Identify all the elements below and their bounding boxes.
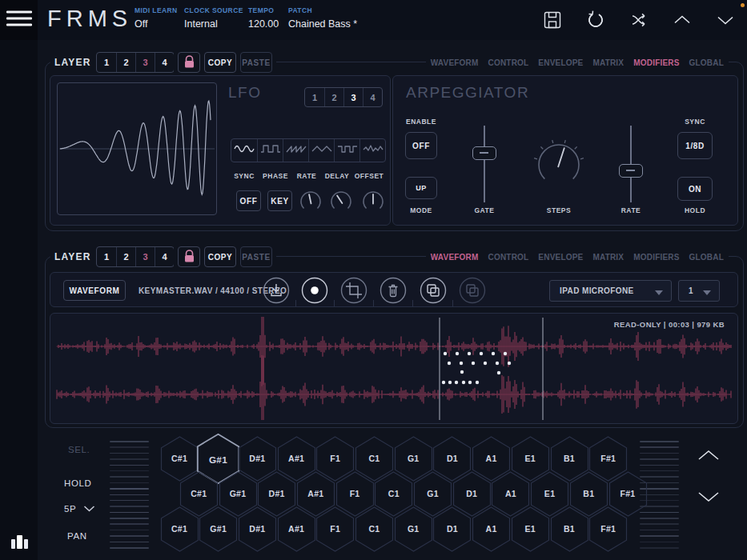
tab-global[interactable]: GLOBAL xyxy=(689,58,724,67)
arp-enable-button[interactable]: OFF xyxy=(405,132,437,159)
input-device-dropdown[interactable]: IPAD MICROFONE xyxy=(549,280,672,302)
lfo-shape-square-button[interactable] xyxy=(257,139,283,162)
lfo-phase-button[interactable]: KEY xyxy=(267,190,292,211)
lfo-panel: LFO 1234 SYNC PHASE RATE DELAY OFFSET OF… xyxy=(50,75,391,226)
layer-button-2[interactable]: 2 xyxy=(116,53,135,72)
keyboard-toggle-button[interactable] xyxy=(10,531,29,549)
layer-button-3[interactable]: 3 xyxy=(135,247,155,266)
tab-envelope[interactable]: ENVELOPE xyxy=(538,253,583,262)
note-button-c1-row3[interactable]: C1 xyxy=(355,506,394,552)
lfo-sync-button[interactable]: OFF xyxy=(236,190,261,211)
copy-button[interactable]: COPY xyxy=(204,246,236,267)
arp-mode-button[interactable]: UP xyxy=(405,177,437,199)
layer-button-4[interactable]: 4 xyxy=(155,53,174,72)
nav-down-button[interactable] xyxy=(715,10,736,30)
paste-button[interactable]: PASTE xyxy=(240,246,272,267)
tab-global[interactable]: GLOBAL xyxy=(689,253,724,262)
tab-waveform[interactable]: WAVEFORM xyxy=(431,58,479,67)
lfo-offset-knob[interactable] xyxy=(356,185,390,222)
lock-button[interactable] xyxy=(178,246,200,267)
menu-button[interactable] xyxy=(0,0,38,40)
note-button-e1-row3[interactable]: E1 xyxy=(511,506,550,552)
lfo-select-1[interactable]: 1 xyxy=(305,88,324,106)
strip-line xyxy=(110,542,149,543)
nav-up-button[interactable] xyxy=(672,10,693,30)
arp-steps-knob[interactable] xyxy=(532,138,586,195)
strip-line xyxy=(640,446,679,448)
tab-matrix[interactable]: MATRIX xyxy=(592,58,624,67)
lfo-shape-sine-button[interactable] xyxy=(231,139,257,162)
octave-up-button[interactable] xyxy=(697,448,721,461)
toolbar-separator xyxy=(295,300,296,306)
layer-button-4[interactable]: 4 xyxy=(155,247,174,266)
note-button-cs1-row3[interactable]: C#1 xyxy=(160,506,199,552)
arp-sync-button[interactable]: 1/8D xyxy=(677,132,713,159)
copy-button[interactable]: COPY xyxy=(204,52,236,73)
layer-button-1[interactable]: 1 xyxy=(97,53,116,72)
note-button-gs1-row3[interactable]: G#1 xyxy=(199,506,238,552)
layer-button-3[interactable]: 3 xyxy=(135,53,155,72)
save-button[interactable] xyxy=(542,10,563,30)
lfo-shape-saw-button[interactable] xyxy=(283,139,308,162)
copy-button[interactable] xyxy=(420,277,447,304)
crop-button[interactable] xyxy=(340,277,367,304)
note-button-b1-row3[interactable]: B1 xyxy=(550,506,589,552)
note-button-d1-row3[interactable]: D1 xyxy=(432,506,472,552)
undo-button[interactable] xyxy=(585,10,606,30)
note-button-a1-row3[interactable]: A1 xyxy=(472,506,511,552)
select-mode-label[interactable]: SEL. xyxy=(68,445,90,454)
arp-hold-button[interactable]: ON xyxy=(677,177,713,201)
lfo-shape-random-button[interactable] xyxy=(359,139,385,162)
topbar-field-tempo[interactable]: TEMPO120.00 xyxy=(248,6,279,30)
lfo-select-4[interactable]: 4 xyxy=(363,88,382,106)
topbar-field-clock-source[interactable]: CLOCK SOURCEInternal xyxy=(184,6,243,30)
record-button[interactable] xyxy=(301,277,328,304)
octave-down-button[interactable] xyxy=(697,490,721,503)
paste-button[interactable] xyxy=(459,277,486,304)
note-button-g1-row3[interactable]: G1 xyxy=(394,506,433,552)
waveform-mode-button[interactable]: WAVEFORM xyxy=(63,280,126,301)
arp-rate-slider[interactable] xyxy=(619,126,643,202)
tab-envelope[interactable]: ENVELOPE xyxy=(538,58,583,67)
tab-modifiers[interactable]: MODIFIERS xyxy=(633,253,679,262)
note-button-fs1-row3[interactable]: F#1 xyxy=(588,506,628,552)
field-value: Chained Bass * xyxy=(288,18,357,30)
lfo-delay-knob[interactable] xyxy=(324,185,358,222)
strip-line xyxy=(110,488,149,490)
note-button-ds1-row3[interactable]: D#1 xyxy=(238,506,277,552)
lfo-rate-knob[interactable] xyxy=(294,185,327,222)
slider-handle[interactable] xyxy=(619,164,643,178)
topbar-field-midi-learn[interactable]: MIDI LEARNOff xyxy=(135,6,178,30)
strip-line xyxy=(110,500,149,502)
lfo-select-3[interactable]: 3 xyxy=(343,88,363,106)
lock-button[interactable] xyxy=(178,52,200,73)
lfo-select-2[interactable]: 2 xyxy=(324,88,343,106)
tab-waveform[interactable]: WAVEFORM xyxy=(431,253,479,262)
note-button-as1-row3[interactable]: A#1 xyxy=(277,506,316,552)
note-label: B1 xyxy=(550,506,589,552)
tab-modifiers[interactable]: MODIFIERS xyxy=(633,58,679,67)
layer-button-2[interactable]: 2 xyxy=(116,247,135,266)
lfo-shape-pulse-button[interactable] xyxy=(334,139,359,162)
delete-button[interactable] xyxy=(380,277,407,304)
topbar-field-patch[interactable]: PATCHChained Bass * xyxy=(288,6,357,30)
scale-selector[interactable]: 5P xyxy=(64,504,95,514)
arp-gate-slider[interactable] xyxy=(472,126,496,202)
slider-handle[interactable] xyxy=(472,146,496,160)
tab-control[interactable]: CONTROL xyxy=(488,58,529,67)
tab-control[interactable]: CONTROL xyxy=(488,253,529,262)
download-button[interactable] xyxy=(263,277,290,304)
shuffle-button[interactable] xyxy=(629,10,649,30)
frms-app: FRMS MIDI LEARNOffCLOCK SOURCEInternalTE… xyxy=(0,0,747,560)
paste-button[interactable]: PASTE xyxy=(240,52,272,73)
channel-dropdown[interactable]: 1 xyxy=(678,280,720,302)
arp-steps-label: STEPS xyxy=(535,206,583,214)
strip-line xyxy=(110,518,149,519)
lfo-shape-triangle-button[interactable] xyxy=(308,139,334,162)
layer-selector: 1234 xyxy=(92,245,179,269)
tab-matrix[interactable]: MATRIX xyxy=(592,253,624,262)
note-button-f1-row3[interactable]: F1 xyxy=(315,506,355,552)
hold-toggle[interactable]: HOLD xyxy=(64,478,91,488)
lfo-offset-label: OFFSET xyxy=(349,172,389,180)
layer-button-1[interactable]: 1 xyxy=(97,247,116,266)
